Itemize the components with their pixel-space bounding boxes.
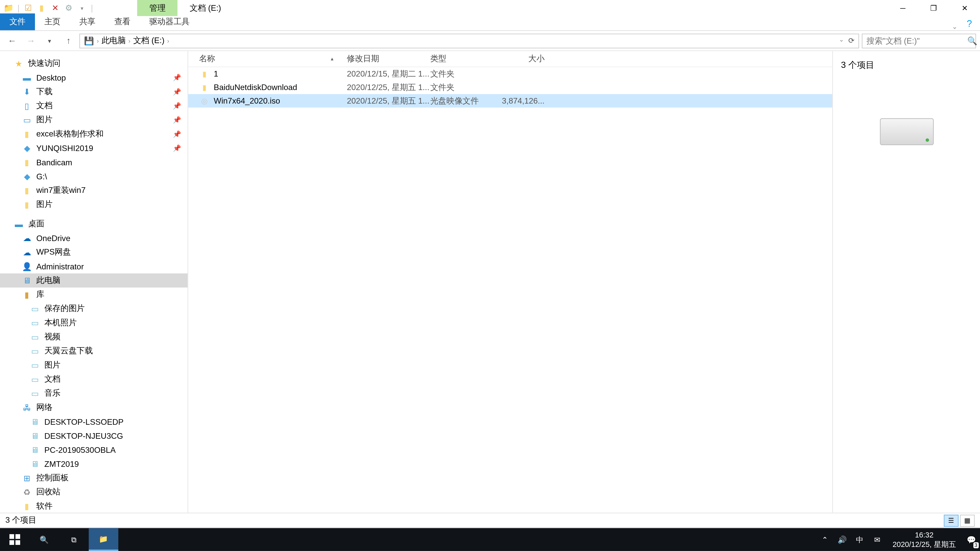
pc-icon: 🖥 (30, 445, 40, 455)
chevron-right-icon[interactable]: › (97, 37, 99, 44)
tree-net-b[interactable]: 🖥DESKTOP-NJEU3CG (0, 429, 188, 443)
file-row[interactable]: ▮ 1 2020/12/15, 星期二 1... 文件夹 (188, 67, 832, 81)
up-button[interactable]: ↑ (60, 33, 76, 49)
tree-network[interactable]: 🖧网络 (0, 400, 188, 414)
tree-desktop[interactable]: ▬Desktop📌 (0, 71, 188, 85)
col-type[interactable]: 类型 (430, 53, 497, 65)
tree-admin[interactable]: 👤Administrator (0, 259, 188, 273)
icons-view-button[interactable]: ▦ (960, 514, 975, 526)
tree-net-d[interactable]: 🖥ZMT2019 (0, 457, 188, 471)
tab-home[interactable]: 主页 (35, 14, 70, 30)
tab-file[interactable]: 文件 (0, 14, 35, 30)
task-view-button[interactable]: ⧉ (59, 528, 89, 551)
folder-icon[interactable]: ▮ (37, 3, 46, 13)
volume-icon[interactable]: 🔊 (834, 528, 851, 551)
tree-lib-docs[interactable]: ▭文档 (0, 372, 188, 386)
tree-wps[interactable]: ☁WPS网盘 (0, 245, 188, 259)
tree-onedrive[interactable]: ☁OneDrive (0, 231, 188, 245)
tree-video[interactable]: ▭视频 (0, 330, 188, 344)
back-button[interactable]: ← (4, 33, 20, 49)
forward-button[interactable]: → (23, 33, 39, 49)
recycle-icon: ♻ (21, 487, 32, 497)
pin-icon: 📌 (173, 102, 181, 110)
chevron-right-icon[interactable]: › (167, 37, 169, 44)
start-button[interactable] (0, 528, 30, 551)
tree-net-c[interactable]: 🖥PC-20190530OBLA (0, 443, 188, 457)
refresh-icon[interactable]: ⟳ (848, 36, 854, 45)
search-box[interactable]: 🔍 (862, 33, 976, 48)
search-icon[interactable]: 🔍 (967, 36, 977, 45)
maximize-button[interactable]: ❐ (918, 0, 949, 16)
tree-saved-pics[interactable]: ▭保存的图片 (0, 302, 188, 316)
desktop-icon: ▬ (21, 72, 32, 83)
tree-downloads[interactable]: ⬇下载📌 (0, 85, 188, 99)
minimize-button[interactable]: ─ (887, 0, 918, 16)
delete-icon[interactable]: ✕ (51, 3, 60, 13)
action-center-icon[interactable]: 💬3 (963, 528, 980, 551)
tree-soft[interactable]: ▮软件 (0, 499, 188, 513)
tree-lib-pics[interactable]: ▭图片 (0, 358, 188, 372)
chevron-right-icon[interactable]: › (128, 37, 130, 44)
tree-desktop-root[interactable]: ▬桌面 (0, 217, 188, 231)
tree-library[interactable]: ▮库 (0, 287, 188, 302)
col-name[interactable]: 名称▴ (199, 53, 347, 65)
cloud-icon: ☁ (21, 233, 32, 244)
ime-icon[interactable]: 中 (851, 528, 868, 551)
ribbon-collapse-icon[interactable]: ⌄ (952, 23, 957, 30)
file-type: 光盘映像文件 (430, 95, 497, 106)
tree-quick-access[interactable]: ★快速访问 (0, 56, 188, 70)
folder-icon: ▮ (21, 185, 32, 196)
tree-thispc[interactable]: 🖥此电脑 (0, 273, 188, 287)
tree-net-a[interactable]: 🖥DESKTOP-LSSOEDP (0, 414, 188, 429)
details-view-button[interactable]: ☰ (944, 514, 959, 526)
search-input[interactable] (866, 36, 967, 45)
clock[interactable]: 16:32 2020/12/25, 星期五 (886, 530, 963, 549)
status-text: 3 个项目 (5, 515, 36, 526)
tree-pics2[interactable]: ▮图片 (0, 197, 188, 211)
tree-yunqishi[interactable]: ◆YUNQISHI2019📌 (0, 141, 188, 155)
close-button[interactable]: ✕ (949, 0, 980, 16)
tree-bandicam[interactable]: ▮Bandicam (0, 155, 188, 169)
explorer-taskbar-button[interactable]: 📁 (89, 528, 118, 551)
col-date[interactable]: 修改日期 (347, 53, 430, 65)
app-icon: 📁 (4, 3, 14, 13)
mail-icon[interactable]: ✉ (869, 528, 886, 551)
tree-win7[interactable]: ▮win7重装win7 (0, 183, 188, 197)
file-date: 2020/12/15, 星期二 1... (347, 68, 430, 79)
tree-recycle[interactable]: ♻回收站 (0, 485, 188, 499)
tree-pics[interactable]: ▭图片📌 (0, 113, 188, 127)
file-type: 文件夹 (430, 82, 497, 93)
dropdown-icon[interactable]: ▾ (77, 3, 87, 13)
tree-gdrive[interactable]: ◆G:\ (0, 169, 188, 183)
tree-music[interactable]: ▭音乐 (0, 386, 188, 400)
user-icon: 👤 (21, 261, 32, 272)
file-date: 2020/12/25, 星期五 1... (347, 82, 430, 93)
recent-dropdown[interactable]: ▾ (41, 33, 58, 49)
tab-view[interactable]: 查看 (105, 14, 140, 30)
breadcrumb[interactable]: 💾 › 此电脑 › 文档 (E:) › ⌄ ⟳ (80, 33, 859, 48)
tray-overflow-icon[interactable]: ⌃ (816, 528, 833, 551)
crumb-thispc[interactable]: 此电脑 (102, 35, 126, 46)
file-row[interactable]: ▮ BaiduNetdiskDownload 2020/12/25, 星期五 1… (188, 81, 832, 94)
navbar: ← → ▾ ↑ 💾 › 此电脑 › 文档 (E:) › ⌄ ⟳ 🔍 (0, 31, 980, 51)
tree-tianyi[interactable]: ▭天翼云盘下载 (0, 344, 188, 358)
history-dropdown-icon[interactable]: ⌄ (839, 36, 844, 45)
tree-camera[interactable]: ▭本机照片 (0, 316, 188, 330)
tree-docs[interactable]: ▯文档📌 (0, 99, 188, 113)
file-row[interactable]: ◎ Win7x64_2020.iso 2020/12/25, 星期五 1... … (188, 94, 832, 108)
tab-drive-tools[interactable]: 驱动器工具 (140, 14, 199, 30)
tree-cpanel[interactable]: ⊞控制面板 (0, 471, 188, 485)
nav-tree[interactable]: ★快速访问 ▬Desktop📌 ⬇下载📌 ▯文档📌 ▭图片📌 ▮excel表格制… (0, 51, 188, 513)
svg-rect-3 (16, 540, 20, 545)
crumb-drive[interactable]: 文档 (E:) (133, 35, 165, 46)
gear-icon[interactable]: ⚙ (64, 3, 73, 13)
download-icon: ⬇ (21, 86, 32, 97)
folder-icon: ▮ (21, 129, 32, 139)
cloud-icon: ☁ (21, 247, 32, 258)
search-button[interactable]: 🔍 (30, 528, 59, 551)
tree-excel[interactable]: ▮excel表格制作求和📌 (0, 127, 188, 141)
help-button[interactable]: ? (963, 17, 976, 30)
tab-share[interactable]: 共享 (70, 14, 105, 30)
checkbox-icon[interactable]: ☑ (24, 3, 33, 13)
col-size[interactable]: 大小 (497, 53, 544, 65)
